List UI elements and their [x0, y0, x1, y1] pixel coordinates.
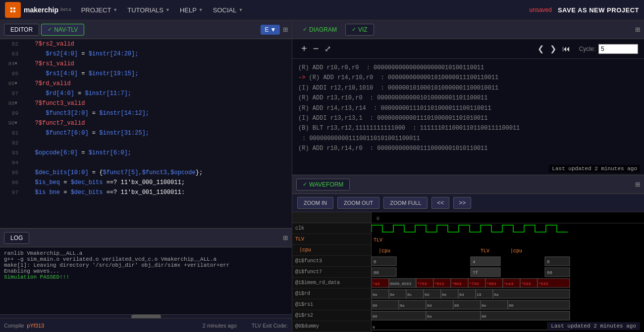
- help-dropdown-icon: ▼: [199, 7, 203, 12]
- wf-label-funct7: @1$funct7: [292, 267, 371, 278]
- svg-rect-71: [372, 311, 426, 320]
- exit-code-label: TLV Exit Code:: [252, 323, 288, 329]
- diagram-content: (R) ADD r10,r0,r0 : 00000000000000000000…: [292, 59, 644, 175]
- viz-zoom-out-button[interactable]: −: [310, 42, 322, 55]
- svg-rect-3: [10, 10, 12, 12]
- svg-text:0: 0: [373, 325, 375, 330]
- svg-rect-73: [426, 311, 481, 320]
- code-editor[interactable]: 82 ?$rs2_valid 83 $rs2[4:0] = $instr[24:…: [0, 39, 292, 228]
- code-line-91: 91 $funct7[6:0] = $instr[31:25];: [0, 128, 292, 138]
- code-line-83: 83 $rs2[4:0] = $instr[24:20];: [0, 49, 292, 59]
- log-line-3: make[1]: Leaving directory '/src/obj_dir…: [4, 262, 288, 268]
- svg-text:TLV: TLV: [374, 237, 382, 243]
- tab-nav-tlv[interactable]: ✓ NAV-TLV: [41, 24, 84, 36]
- svg-rect-57: [493, 289, 570, 298]
- svg-rect-2: [13, 7, 15, 9]
- log-content[interactable]: ranlib Vmakerchip__ALL.a g++ -g sim_main…: [0, 247, 292, 314]
- waveform-signal-area[interactable]: 0 TLV |cp: [372, 212, 644, 332]
- wf-label-header: [292, 212, 371, 223]
- beta-badge: beta: [60, 7, 71, 12]
- tab-log[interactable]: LOG: [4, 232, 29, 244]
- social-dropdown-icon: ▼: [238, 7, 243, 12]
- nav-tutorials[interactable]: TUTORIALS ▼: [127, 6, 170, 14]
- viz-zoom-in-button[interactable]: +: [298, 42, 310, 55]
- svg-text:*733: *733: [417, 282, 427, 286]
- diagram-expand-icon[interactable]: ⊞: [635, 26, 640, 35]
- cycle-label: Cycle:: [579, 46, 595, 52]
- svg-text:00: 00: [454, 303, 459, 308]
- svg-text:|cpu: |cpu: [510, 248, 522, 254]
- waveform-prev-button[interactable]: <<: [431, 197, 449, 209]
- compile-time: 2 minutes ago: [203, 323, 237, 329]
- svg-text:*693: *693: [486, 282, 496, 286]
- tab-viz[interactable]: ✓ VIZ: [345, 24, 374, 36]
- svg-text:19: 19: [477, 292, 482, 297]
- viz-fit-button[interactable]: ⤢: [322, 43, 334, 54]
- zoom-full-button[interactable]: ZOOM FULL: [383, 197, 428, 209]
- wf-label-rs2: @1$rs2: [292, 310, 371, 321]
- log-expand-icon[interactable]: ⊞: [283, 234, 288, 243]
- svg-text:0d: 0d: [459, 292, 464, 297]
- tab-diagram[interactable]: ✓ DIAGRAM: [296, 24, 343, 36]
- svg-text:0a: 0a: [400, 303, 405, 308]
- log-line-2: g++ -g sim_main.o verilated.o verilated_…: [4, 256, 288, 262]
- svg-text:*533: *533: [538, 282, 548, 286]
- main-layout: EDITOR ✓ NAV-TLV E ▼ ⊞ 82 ?$rs2_valid 8: [0, 20, 644, 332]
- nav-right: unsaved SAVE AS NEW PROJECT: [530, 6, 639, 14]
- waveform-next-button[interactable]: >>: [453, 197, 471, 209]
- waveform-svg: 0 TLV |cp: [372, 212, 644, 332]
- code-line-89: 89 $funct3[2:0] = $instr[14:12];: [0, 108, 292, 118]
- svg-text:0c: 0c: [407, 292, 412, 297]
- logo-icon[interactable]: [5, 2, 21, 18]
- compile-id: pYf313: [27, 323, 44, 329]
- top-navbar: makerchip beta PROJECT ▼ TUTORIALS ▼ HEL…: [0, 0, 644, 20]
- svg-text:0000_0583: 0000_0583: [390, 282, 411, 286]
- code-line-94: 94: [0, 158, 292, 168]
- tab-editor[interactable]: EDITOR: [4, 24, 39, 36]
- code-line-87: 87 $rd[4:0] = $instr[11:7];: [0, 89, 292, 98]
- code-line-86: 86▼ ?$rd_valid: [0, 79, 292, 89]
- wf-label-rs1: @1$rs1: [292, 299, 371, 310]
- cycle-input[interactable]: [598, 44, 638, 54]
- svg-text:*733: *733: [469, 282, 479, 286]
- svg-rect-69: [508, 300, 570, 309]
- svg-text:0: 0: [376, 216, 379, 222]
- svg-text:4: 4: [473, 260, 475, 265]
- e-dropdown-arrow: ▼: [270, 26, 276, 33]
- log-tabs-bar: LOG ⊞: [0, 229, 292, 247]
- svg-text:0a: 0a: [494, 292, 499, 297]
- nav-social[interactable]: SOCIAL ▼: [213, 6, 243, 14]
- asm-line-1: (R) ADD r10,r0,r0 : 00000000000000000000…: [298, 63, 638, 73]
- viz-nav-next-button[interactable]: ❯: [547, 43, 559, 54]
- svg-text:0d: 0d: [427, 303, 432, 308]
- zoom-in-button[interactable]: ZOOM IN: [297, 197, 333, 209]
- nav-help[interactable]: HELP ▼: [180, 6, 203, 14]
- waveform-expand-icon[interactable]: ⊞: [635, 181, 640, 190]
- editor-expand-icon[interactable]: ⊞: [283, 25, 288, 35]
- wf-label-clk: clk: [292, 223, 371, 234]
- svg-text:0e: 0e: [390, 292, 395, 297]
- right-panel: ✓ DIAGRAM ✓ VIZ ⊞ + − ⤢ ❮ ❯ ⏮: [292, 20, 644, 332]
- logo-area: makerchip beta: [5, 2, 71, 18]
- svg-text:00: 00: [373, 314, 377, 319]
- svg-text:0: 0: [374, 260, 376, 265]
- code-line-97: 97 $is bne = $dec_bits ==? 11'bx_001_110…: [0, 188, 292, 197]
- asm-line-7: (B) BLT r13,r12,11111111111000 : 1111110…: [298, 123, 638, 133]
- waveform-content: clk TLV |cpu @1$funct3 @1$funct7 @1$imem…: [292, 212, 644, 332]
- tab-waveform[interactable]: ✓ WAVEFORM: [296, 179, 350, 190]
- svg-text:*533: *533: [521, 282, 531, 286]
- diagram-tabs-bar: ✓ DIAGRAM ✓ VIZ ⊞: [292, 20, 644, 39]
- wf-label-tlv: TLV: [292, 234, 371, 245]
- e-dropdown-button[interactable]: E ▼: [261, 25, 280, 35]
- viz-nav-prev-button[interactable]: ❮: [535, 43, 547, 54]
- zoom-out-button[interactable]: ZOOM OUT: [337, 197, 379, 209]
- svg-rect-1: [10, 7, 12, 9]
- nav-project[interactable]: PROJECT ▼: [81, 6, 118, 14]
- waveform-tabs-bar: ✓ WAVEFORM ⊞: [292, 175, 644, 194]
- svg-text:00: 00: [482, 314, 486, 319]
- save-as-new-project-button[interactable]: SAVE AS NEW PROJECT: [558, 6, 639, 14]
- waveform-section: ✓ WAVEFORM ⊞ ZOOM IN ZOOM OUT ZOOM FULL …: [292, 175, 644, 332]
- svg-text:0a: 0a: [373, 292, 377, 297]
- viz-nav-first-button[interactable]: ⏮: [559, 44, 573, 54]
- wf-label-imem: @1$imem_rd_data: [292, 278, 371, 288]
